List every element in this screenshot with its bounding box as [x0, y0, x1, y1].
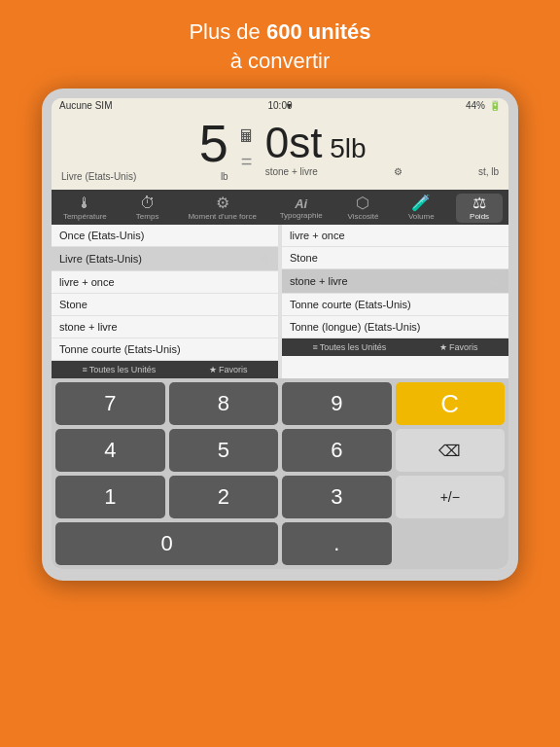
time-icon: ⏱ [140, 196, 156, 211]
equals-sign: = [241, 151, 253, 173]
key-1[interactable]: 1 [55, 476, 165, 518]
list-item[interactable]: Livre (Etats-Unis) ☆ [52, 247, 278, 271]
battery-pct: 44% [466, 100, 485, 111]
list-item[interactable]: Once (Etats-Unis) [52, 225, 278, 247]
right-list-footer: ≡ Toutes les Unités ★ Favoris [282, 338, 508, 356]
poids-icon: ⚖ [472, 196, 486, 211]
tab-typography-label: Typographie [280, 211, 323, 220]
conv-center: 🖩 = [232, 126, 262, 173]
tab-temperature[interactable]: 🌡 Température [57, 194, 113, 223]
key-2[interactable]: 2 [169, 476, 279, 518]
status-right: 44% 🔋 [466, 100, 501, 111]
time: 10:00 [267, 100, 292, 111]
keypad: 7 8 9 C 4 5 6 ⌫ 1 2 3 +/− 0 . [52, 378, 508, 569]
tab-poids[interactable]: ⚖ Poids [456, 194, 503, 223]
tab-viscosite-label: Viscosité [348, 212, 379, 221]
left-star-footer[interactable]: ★ Favoris [209, 365, 248, 374]
category-tabs: 🌡 Température ⏱ Temps ⚙ Moment d'une for… [52, 190, 508, 225]
right-star-footer[interactable]: ★ Favoris [439, 342, 478, 352]
conv-left: 5 Livre (Etats-Unis) lb [61, 117, 228, 182]
header-text: Plus de 600 unités à convertir [189, 18, 370, 75]
list-item[interactable]: livre + once [52, 271, 278, 294]
settings-icon[interactable]: ⚙ [394, 166, 402, 177]
list-item[interactable]: Tonne courte (Etats-Unis) [52, 338, 278, 361]
calculator-icon: 🖩 [238, 126, 256, 147]
typography-icon: Ai [295, 197, 307, 210]
input-unit-row: Livre (Etats-Unis) lb [61, 171, 228, 182]
unit-lists: Once (Etats-Unis) Livre (Etats-Unis) ☆ l… [52, 225, 508, 378]
tab-time[interactable]: ⏱ Temps [124, 194, 171, 223]
key-6[interactable]: 6 [282, 429, 392, 472]
list-item[interactable]: stone + livre [52, 316, 278, 338]
left-unit-list: Once (Etats-Unis) Livre (Etats-Unis) ☆ l… [52, 225, 278, 378]
key-clear[interactable]: C [396, 382, 506, 425]
key-dot[interactable]: . [282, 522, 392, 565]
moment-icon: ⚙ [216, 196, 229, 211]
list-item[interactable]: livre + once [282, 225, 508, 247]
key-5[interactable]: 5 [169, 429, 279, 472]
highlight-text: 600 unités [266, 19, 371, 44]
key-8[interactable]: 8 [169, 382, 279, 425]
list-item[interactable]: Stone [282, 247, 508, 269]
key-7[interactable]: 7 [55, 382, 165, 425]
tab-poids-label: Poids [470, 212, 489, 221]
tab-volume[interactable]: 🧪 Volume [398, 194, 444, 223]
carrier: Aucune SIM [59, 100, 112, 111]
key-3[interactable]: 3 [282, 476, 392, 518]
right-menu-icon[interactable]: ≡ Toutes les Unités [312, 342, 386, 352]
subtitle-text: à convertir [189, 47, 370, 76]
input-unit-label: Livre (Etats-Unis) [61, 171, 136, 182]
viscosite-icon: ⬡ [356, 196, 369, 211]
list-item[interactable]: Stone [52, 294, 278, 316]
list-item[interactable]: Tonne courte (Etats-Unis) [282, 294, 508, 316]
tab-typography[interactable]: Ai Typographie [274, 196, 329, 222]
tab-viscosite[interactable]: ⬡ Viscosité [339, 194, 386, 223]
output-unit-label: stone + livre [265, 166, 318, 177]
key-4[interactable]: 4 [55, 429, 165, 472]
left-list-footer: ≡ Toutes les Unités ★ Favoris [52, 361, 278, 378]
input-unit-short: lb [221, 171, 228, 182]
star-icon[interactable]: ☆ [260, 252, 270, 266]
conv-right: 0st 5lb stone + livre ⚙ st, lb [265, 122, 499, 177]
right-unit-list: livre + once Stone stone + livre ☆ Tonne… [282, 225, 508, 378]
tab-volume-label: Volume [408, 212, 435, 221]
input-value: 5 [199, 117, 228, 169]
output-value: 0st 5lb [265, 122, 499, 164]
tab-moment[interactable]: ⚙ Moment d'une force [182, 194, 262, 223]
tab-moment-label: Moment d'une force [188, 212, 256, 221]
tab-temperature-label: Température [63, 212, 107, 221]
key-plusminus[interactable]: +/− [396, 476, 506, 518]
key-9[interactable]: 9 [282, 382, 392, 425]
ipad-wrapper: Aucune SIM ▾ 10:00 44% 🔋 5 Livre (Etats-… [42, 89, 518, 581]
list-item[interactable]: stone + livre ☆ [282, 269, 508, 294]
status-bar: Aucune SIM ▾ 10:00 44% 🔋 [52, 98, 508, 113]
ipad-screen: Aucune SIM ▾ 10:00 44% 🔋 5 Livre (Etats-… [52, 98, 508, 569]
list-item[interactable]: Tonne (longue) (Etats-Unis) [282, 316, 508, 338]
key-0[interactable]: 0 [55, 522, 278, 565]
output-unit-short: st, lb [478, 166, 499, 177]
volume-icon: 🧪 [411, 196, 431, 211]
tab-time-label: Temps [136, 212, 159, 221]
conversion-display: 5 Livre (Etats-Unis) lb 🖩 = 0st 5lb ston… [52, 113, 508, 190]
star-icon[interactable]: ☆ [490, 274, 501, 288]
left-menu-icon[interactable]: ≡ Toutes les Unités [82, 365, 156, 374]
battery-icon: 🔋 [489, 100, 501, 111]
temperature-icon: 🌡 [77, 196, 92, 211]
output-unit-row: stone + livre ⚙ st, lb [265, 166, 499, 177]
key-backspace[interactable]: ⌫ [396, 429, 506, 472]
